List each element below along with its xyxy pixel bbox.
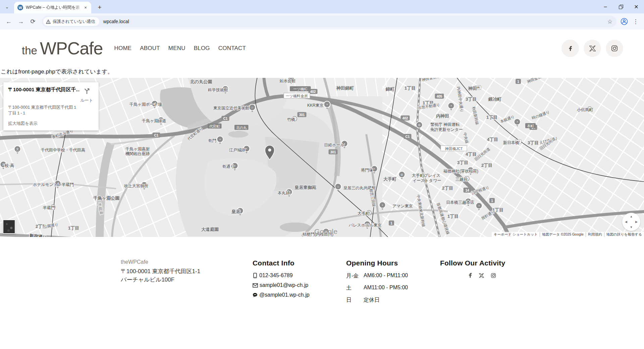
map-label: 大手町 (358, 211, 370, 216)
window-restore-button[interactable] (613, 0, 629, 13)
contact-phone[interactable]: 012-345-6789 (253, 272, 346, 279)
nav-about[interactable]: ABOUT (140, 45, 160, 52)
new-tab-button[interactable]: + (95, 3, 104, 12)
map-label: ホテルモントレ半蔵門 (33, 182, 74, 187)
map-label: 千鳥ヶ淵緑道 (142, 118, 166, 123)
x-icon[interactable] (479, 273, 484, 278)
reload-button[interactable]: ⟳ (28, 16, 38, 27)
profile-avatar-button[interactable] (619, 16, 630, 27)
nav-menu[interactable]: MENU (168, 45, 185, 52)
nav-contact[interactable]: CONTACT (218, 45, 246, 52)
map-label: 東京国立近代美術館 (213, 106, 250, 110)
map-label: 乾門 (208, 138, 216, 143)
window-minimize-button[interactable]: – (598, 0, 613, 13)
pan-down-icon: ▼ (630, 226, 633, 229)
google-watermark: Google (314, 228, 338, 236)
main-nav: HOME ABOUT MENU BLOG CONTACT (114, 45, 246, 52)
footer-contact: Contact Info 012-345-6789 sample01@wp-ch… (253, 259, 346, 309)
map-label: 千鳥ヶ淵高射 (125, 147, 150, 151)
browser-tab[interactable]: W WPCafe – 心地よい時間を過ごせ × (14, 2, 91, 13)
route-shield: 1 (516, 79, 521, 84)
contact-email[interactable]: sample01@wp-ch.jp (253, 282, 346, 288)
map-label: 竹橋 (287, 117, 295, 122)
hours-heading: Opening Hours (346, 259, 440, 267)
hours-row-weekday: 月-金 AM6:00 - PM11:00 (346, 272, 440, 280)
road-badge: 北の丸 (234, 125, 249, 130)
satellite-layer-toggle[interactable] (3, 219, 15, 234)
tab-search-button[interactable]: ⌄ (3, 2, 11, 11)
x-button[interactable] (584, 40, 601, 57)
svg-text:文: 文 (16, 147, 19, 151)
info-card-title: 〒100-0001 東京都千代田区千... (8, 87, 79, 103)
bookmark-star-icon[interactable]: ☆ (607, 18, 612, 25)
road-badge: 一ツ橋IC (290, 86, 311, 91)
instagram-icon (611, 45, 618, 52)
address-bar[interactable]: 保護されていない通信 wpcafe.local ☆ (42, 16, 616, 27)
pan-right-icon: ▶ (635, 220, 638, 223)
map-label: 皇居 (231, 209, 240, 214)
svg-text:1: 1 (517, 80, 519, 84)
site-logo[interactable]: the WPCafe (22, 38, 103, 58)
mobile-phone-icon (253, 273, 258, 278)
map-label: 2丁目 (442, 186, 453, 191)
svg-text:C1: C1 (223, 117, 228, 120)
svg-text:◎: ◎ (400, 173, 403, 176)
contact-heading: Contact Info (253, 259, 346, 267)
svg-text:北の丸: 北の丸 (236, 126, 247, 130)
map-label: 大手町 (383, 177, 396, 182)
window-close-button[interactable]: ✕ (629, 0, 644, 13)
facebook-button[interactable] (561, 40, 579, 57)
map-label: 吹上大宮御所 (124, 184, 148, 188)
facebook-icon[interactable] (469, 272, 472, 278)
forward-button[interactable]: → (15, 16, 26, 27)
map-label: 三越前 (455, 177, 468, 182)
map-label: 日本橋三越本店 (446, 200, 474, 205)
restore-icon (619, 5, 623, 9)
svg-text:一ツ橋IC: 一ツ橋IC (293, 87, 308, 91)
front-page-notice: これはfront-page.phpで表示されています。 (0, 67, 644, 78)
hours-row-saturday: 土 AM11:00 - PM5:00 (346, 285, 440, 292)
svg-text:▪: ▪ (246, 147, 247, 150)
contact-line[interactable]: @sample01.wp-ch.jp (253, 292, 346, 298)
directions-icon[interactable] (83, 87, 91, 95)
back-button[interactable]: ← (3, 16, 14, 27)
instagram-button[interactable] (606, 40, 623, 57)
route-shield: 405 (435, 94, 444, 99)
security-chip[interactable]: 保護されていない通信 (43, 17, 99, 26)
tab-close-icon[interactable]: × (83, 5, 89, 11)
svg-text:301: 301 (299, 113, 305, 117)
svg-text:⌂: ⌂ (251, 106, 253, 109)
route-shield: 1 (489, 198, 495, 203)
terms-link[interactable]: 利用規約 (586, 232, 604, 237)
route-shield: 1 (389, 220, 394, 226)
map-label: 2丁目 (481, 163, 492, 168)
map-label: 乾通り (222, 164, 234, 169)
map-label: 本丸跡 (277, 191, 290, 195)
keyboard-shortcuts-link[interactable]: キーボード ショートカット (492, 232, 540, 237)
nav-home[interactable]: HOME (114, 45, 131, 52)
svg-text:C1: C1 (154, 134, 159, 137)
svg-text:神田橋JCT: 神田橋JCT (445, 147, 463, 151)
x-icon (589, 45, 596, 52)
map-label: 校·高 (4, 163, 14, 168)
map-label: 3丁目 (466, 97, 477, 102)
map-label: 江戸城跡 (229, 148, 245, 152)
route-link[interactable]: ルート (79, 98, 94, 103)
map-pan-control[interactable]: ▲ ▼ ◀ ▶ (622, 213, 640, 231)
browser-menu-button[interactable]: ⋮ (630, 16, 641, 27)
svg-text:▪: ▪ (450, 104, 451, 107)
map-label: 半蔵門 (43, 205, 55, 210)
nav-blog[interactable]: BLOG (194, 45, 210, 52)
report-error-link[interactable]: 地図の誤りを報告する (604, 232, 644, 237)
enlarge-map-link[interactable]: 拡大地図を表示 (8, 121, 38, 127)
road-badge: 本町 (525, 123, 536, 128)
instagram-icon[interactable] (491, 273, 496, 278)
facebook-icon (567, 45, 574, 52)
map-label: 大道庭園 (201, 227, 219, 232)
google-map-embed[interactable]: ⌂⌂⌂⌂▪▪▪▪▪▪▪▪▪▪▪▪▪▪文文●♣▪▪▪▪◎◎▪MMMMMJRJR40… (0, 78, 644, 237)
map-label: 4丁目 (466, 152, 477, 157)
info-card-address: 〒100-0001 東京都千代田区千代田１ 丁目１-１ (8, 105, 78, 116)
map-label: 小伝馬町 (577, 107, 593, 112)
map-label: 4丁目 (487, 137, 498, 142)
svg-text:本町: 本町 (527, 124, 534, 128)
